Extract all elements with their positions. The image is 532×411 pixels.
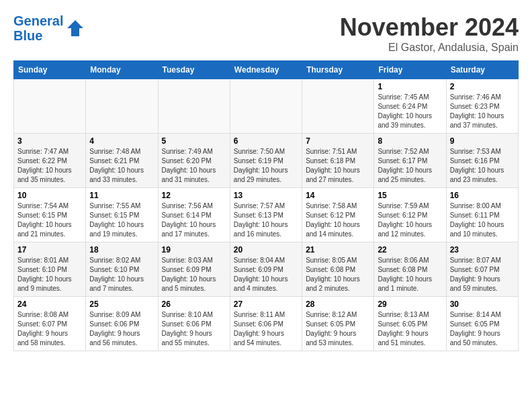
- day-info: Sunrise: 8:06 AM Sunset: 6:08 PM Dayligh…: [378, 256, 442, 293]
- day-info: Sunrise: 7:46 AM Sunset: 6:23 PM Dayligh…: [450, 93, 515, 130]
- logo-icon: [66, 19, 85, 38]
- day-number: 6: [234, 136, 298, 146]
- day-number: 3: [17, 136, 82, 146]
- day-number: 4: [89, 136, 154, 146]
- day-number: 11: [89, 191, 154, 200]
- day-info: Sunrise: 7:47 AM Sunset: 6:22 PM Dayligh…: [17, 147, 82, 185]
- calendar-cell: 12Sunrise: 7:56 AM Sunset: 6:14 PM Dayli…: [158, 188, 230, 242]
- day-number: 25: [89, 300, 154, 309]
- day-number: 8: [378, 136, 442, 146]
- calendar-title: November 2024: [340, 13, 519, 42]
- day-info: Sunrise: 8:10 AM Sunset: 6:06 PM Dayligh…: [162, 310, 226, 348]
- day-info: Sunrise: 8:14 AM Sunset: 6:05 PM Dayligh…: [450, 310, 515, 348]
- week-row-5: 24Sunrise: 8:08 AM Sunset: 6:07 PM Dayli…: [14, 297, 519, 351]
- col-tuesday: Tuesday: [158, 61, 230, 79]
- day-info: Sunrise: 8:02 AM Sunset: 6:10 PM Dayligh…: [89, 256, 154, 293]
- calendar-cell: [158, 79, 230, 134]
- calendar-cell: 17Sunrise: 8:01 AM Sunset: 6:10 PM Dayli…: [14, 242, 86, 297]
- logo-text: GeneralBlue: [13, 13, 63, 43]
- calendar-cell: 9Sunrise: 7:53 AM Sunset: 6:16 PM Daylig…: [446, 134, 518, 188]
- day-number: 15: [378, 191, 442, 200]
- calendar-cell: 5Sunrise: 7:49 AM Sunset: 6:20 PM Daylig…: [158, 134, 230, 188]
- calendar-cell: [230, 79, 302, 134]
- calendar-subtitle: El Gastor, Andalusia, Spain: [340, 42, 519, 54]
- calendar-cell: 20Sunrise: 8:04 AM Sunset: 6:09 PM Dayli…: [230, 242, 302, 297]
- calendar-cell: 28Sunrise: 8:12 AM Sunset: 6:05 PM Dayli…: [302, 297, 374, 351]
- logo-image: GeneralBlue: [13, 13, 85, 43]
- day-number: 16: [450, 191, 515, 200]
- week-row-4: 17Sunrise: 8:01 AM Sunset: 6:10 PM Dayli…: [14, 242, 519, 297]
- day-number: 18: [89, 245, 154, 255]
- day-number: 27: [234, 300, 298, 309]
- calendar-cell: 19Sunrise: 8:03 AM Sunset: 6:09 PM Dayli…: [158, 242, 230, 297]
- calendar-cell: 25Sunrise: 8:09 AM Sunset: 6:06 PM Dayli…: [86, 297, 158, 351]
- day-number: 29: [378, 300, 442, 309]
- day-number: 13: [234, 191, 298, 200]
- col-monday: Monday: [86, 61, 158, 79]
- title-area: November 2024 El Gastor, Andalusia, Spai…: [340, 13, 519, 54]
- calendar-table: Sunday Monday Tuesday Wednesday Thursday…: [13, 60, 519, 351]
- week-row-1: 1Sunrise: 7:45 AM Sunset: 6:24 PM Daylig…: [14, 79, 519, 134]
- day-info: Sunrise: 8:08 AM Sunset: 6:07 PM Dayligh…: [17, 310, 82, 348]
- day-number: 9: [450, 136, 515, 146]
- calendar-cell: 23Sunrise: 8:07 AM Sunset: 6:07 PM Dayli…: [446, 242, 518, 297]
- col-friday: Friday: [374, 61, 446, 79]
- calendar-header: GeneralBlue November 2024 El Gastor, And…: [13, 13, 519, 54]
- calendar-cell: 13Sunrise: 7:57 AM Sunset: 6:13 PM Dayli…: [230, 188, 302, 242]
- calendar-cell: 10Sunrise: 7:54 AM Sunset: 6:15 PM Dayli…: [14, 188, 86, 242]
- calendar-cell: 27Sunrise: 8:11 AM Sunset: 6:06 PM Dayli…: [230, 297, 302, 351]
- day-info: Sunrise: 7:45 AM Sunset: 6:24 PM Dayligh…: [378, 93, 442, 130]
- day-info: Sunrise: 8:07 AM Sunset: 6:07 PM Dayligh…: [450, 256, 515, 293]
- day-info: Sunrise: 8:12 AM Sunset: 6:05 PM Dayligh…: [306, 310, 370, 348]
- day-number: 10: [17, 191, 82, 200]
- day-number: 12: [162, 191, 226, 200]
- day-number: 19: [162, 245, 226, 255]
- day-info: Sunrise: 7:54 AM Sunset: 6:15 PM Dayligh…: [17, 201, 82, 239]
- day-number: 5: [162, 136, 226, 146]
- calendar-cell: 11Sunrise: 7:55 AM Sunset: 6:15 PM Dayli…: [86, 188, 158, 242]
- day-number: 2: [450, 82, 515, 91]
- day-number: 14: [306, 191, 370, 200]
- calendar-cell: [302, 79, 374, 134]
- day-info: Sunrise: 7:56 AM Sunset: 6:14 PM Dayligh…: [162, 201, 226, 239]
- day-info: Sunrise: 8:13 AM Sunset: 6:05 PM Dayligh…: [378, 310, 442, 348]
- svg-marker-0: [67, 20, 83, 36]
- day-info: Sunrise: 7:51 AM Sunset: 6:18 PM Dayligh…: [306, 147, 370, 185]
- day-number: 21: [306, 245, 370, 255]
- day-info: Sunrise: 7:49 AM Sunset: 6:20 PM Dayligh…: [162, 147, 226, 185]
- day-number: 1: [378, 82, 442, 91]
- calendar-cell: 8Sunrise: 7:52 AM Sunset: 6:17 PM Daylig…: [374, 134, 446, 188]
- col-thursday: Thursday: [302, 61, 374, 79]
- calendar-cell: 14Sunrise: 7:58 AM Sunset: 6:12 PM Dayli…: [302, 188, 374, 242]
- week-row-3: 10Sunrise: 7:54 AM Sunset: 6:15 PM Dayli…: [14, 188, 519, 242]
- calendar-cell: 26Sunrise: 8:10 AM Sunset: 6:06 PM Dayli…: [158, 297, 230, 351]
- day-info: Sunrise: 8:09 AM Sunset: 6:06 PM Dayligh…: [89, 310, 154, 348]
- day-info: Sunrise: 8:04 AM Sunset: 6:09 PM Dayligh…: [234, 256, 298, 293]
- calendar-cell: 21Sunrise: 8:05 AM Sunset: 6:08 PM Dayli…: [302, 242, 374, 297]
- col-sunday: Sunday: [14, 61, 86, 79]
- day-info: Sunrise: 8:05 AM Sunset: 6:08 PM Dayligh…: [306, 256, 370, 293]
- week-row-2: 3Sunrise: 7:47 AM Sunset: 6:22 PM Daylig…: [14, 134, 519, 188]
- day-number: 28: [306, 300, 370, 309]
- calendar-cell: 6Sunrise: 7:50 AM Sunset: 6:19 PM Daylig…: [230, 134, 302, 188]
- day-info: Sunrise: 7:50 AM Sunset: 6:19 PM Dayligh…: [234, 147, 298, 185]
- calendar-cell: 4Sunrise: 7:48 AM Sunset: 6:21 PM Daylig…: [86, 134, 158, 188]
- calendar-cell: 1Sunrise: 7:45 AM Sunset: 6:24 PM Daylig…: [374, 79, 446, 134]
- calendar-cell: 15Sunrise: 7:59 AM Sunset: 6:12 PM Dayli…: [374, 188, 446, 242]
- col-wednesday: Wednesday: [230, 61, 302, 79]
- day-number: 30: [450, 300, 515, 309]
- day-number: 17: [17, 245, 82, 255]
- day-info: Sunrise: 8:01 AM Sunset: 6:10 PM Dayligh…: [17, 256, 82, 293]
- calendar-cell: 24Sunrise: 8:08 AM Sunset: 6:07 PM Dayli…: [14, 297, 86, 351]
- calendar-cell: 2Sunrise: 7:46 AM Sunset: 6:23 PM Daylig…: [446, 79, 518, 134]
- day-number: 7: [306, 136, 370, 146]
- calendar-cell: 3Sunrise: 7:47 AM Sunset: 6:22 PM Daylig…: [14, 134, 86, 188]
- calendar-cell: 18Sunrise: 8:02 AM Sunset: 6:10 PM Dayli…: [86, 242, 158, 297]
- calendar-cell: [86, 79, 158, 134]
- day-number: 23: [450, 245, 515, 255]
- day-info: Sunrise: 7:48 AM Sunset: 6:21 PM Dayligh…: [89, 147, 154, 185]
- calendar-cell: 30Sunrise: 8:14 AM Sunset: 6:05 PM Dayli…: [446, 297, 518, 351]
- col-saturday: Saturday: [446, 61, 518, 79]
- calendar-cell: [14, 79, 86, 134]
- calendar-cell: 29Sunrise: 8:13 AM Sunset: 6:05 PM Dayli…: [374, 297, 446, 351]
